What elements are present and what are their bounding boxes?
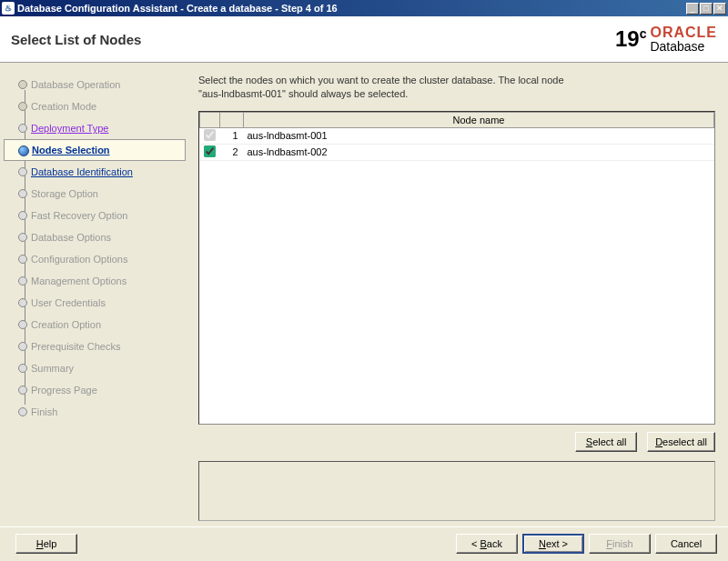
sidebar-step-label[interactable]: Deployment Type <box>31 123 108 134</box>
step-dot-icon <box>18 102 27 111</box>
sidebar-step-label: Management Options <box>31 275 126 286</box>
footer-bar: Help < Back Next > Finish Cancel <box>0 526 728 559</box>
window-titlebar: ♨ Database Configuration Assistant - Cre… <box>0 0 728 16</box>
step-dot-icon <box>18 145 29 156</box>
sidebar-step-9: Management Options <box>18 270 182 292</box>
page-title: Select List of Nodes <box>11 32 141 47</box>
sidebar-step-7: Database Options <box>18 226 182 248</box>
node-checkbox <box>204 129 216 141</box>
help-button[interactable]: Help <box>15 534 77 554</box>
step-dot-icon <box>18 255 27 264</box>
finish-button: Finish <box>589 534 651 554</box>
sidebar-step-label: User Credentials <box>31 297 106 308</box>
node-name: aus-lndbasmt-001 <box>244 127 714 144</box>
step-dot-icon <box>18 407 27 416</box>
maximize-button[interactable]: □ <box>700 3 713 15</box>
node-name: aus-lndbasmt-002 <box>244 144 714 160</box>
sidebar-step-2[interactable]: Deployment Type <box>18 117 182 139</box>
sidebar-step-1: Creation Mode <box>18 95 182 117</box>
wizard-sidebar: Database OperationCreation ModeDeploymen… <box>0 63 186 526</box>
node-index: 2 <box>220 144 244 160</box>
step-dot-icon <box>18 211 27 220</box>
instruction-text: Select the nodes on which you want to cr… <box>198 74 715 102</box>
step-dot-icon <box>18 167 27 176</box>
sidebar-step-label: Database Operation <box>31 79 120 90</box>
select-all-button[interactable]: Select all <box>575 432 637 452</box>
oracle-brand: 19c ORACLE Database <box>615 25 717 54</box>
minimize-button[interactable]: _ <box>686 3 699 15</box>
sidebar-step-label: Progress Page <box>31 385 97 396</box>
step-dot-icon <box>18 342 27 351</box>
nodes-table: Node name 1aus-lndbasmt-0012aus-lndbasmt… <box>199 112 714 161</box>
sidebar-step-11: Creation Option <box>18 314 182 336</box>
sidebar-step-label: Configuration Options <box>31 254 127 265</box>
sidebar-step-0: Database Operation <box>18 74 182 95</box>
message-panel <box>198 461 715 521</box>
step-dot-icon <box>18 189 27 198</box>
step-dot-icon <box>18 276 27 286</box>
next-button[interactable]: Next > <box>522 534 584 554</box>
sidebar-step-12: Prerequisite Checks <box>18 336 182 357</box>
sidebar-step-label: Database Options <box>31 232 111 243</box>
step-dot-icon <box>18 124 27 133</box>
back-button[interactable]: < Back <box>456 534 518 554</box>
step-dot-icon <box>18 298 27 307</box>
deselect-all-button[interactable]: Deselect all <box>647 432 715 452</box>
sidebar-step-label: Prerequisite Checks <box>31 341 120 352</box>
nodes-table-wrap: Node name 1aus-lndbasmt-0012aus-lndbasmt… <box>198 111 715 425</box>
sidebar-step-label[interactable]: Nodes Selection <box>32 145 110 155</box>
node-index: 1 <box>220 127 244 144</box>
close-button[interactable]: ✕ <box>713 3 726 15</box>
sidebar-step-5: Storage Option <box>18 183 182 205</box>
sidebar-step-label: Creation Option <box>31 319 101 330</box>
java-icon: ♨ <box>2 2 15 15</box>
step-dot-icon <box>18 233 27 242</box>
sidebar-step-label: Finish <box>31 406 57 417</box>
table-row[interactable]: 2aus-lndbasmt-002 <box>200 144 714 160</box>
window-title: Database Configuration Assistant - Creat… <box>17 3 686 14</box>
main-panel: Select the nodes on which you want to cr… <box>186 63 728 526</box>
sidebar-step-4[interactable]: Database Identification <box>18 161 182 183</box>
sidebar-step-label: Creation Mode <box>31 101 96 112</box>
sidebar-step-8: Configuration Options <box>18 248 182 270</box>
table-row[interactable]: 1aus-lndbasmt-001 <box>200 127 714 144</box>
sidebar-step-3[interactable]: Nodes Selection <box>4 139 186 161</box>
sidebar-step-label: Fast Recovery Option <box>31 210 127 221</box>
step-dot-icon <box>18 80 27 89</box>
sidebar-step-15: Finish <box>18 401 182 423</box>
page-header: Select List of Nodes 19c ORACLE Database <box>0 16 728 63</box>
step-dot-icon <box>18 386 27 395</box>
sidebar-step-6: Fast Recovery Option <box>18 205 182 226</box>
sidebar-step-label: Summary <box>31 363 74 374</box>
cancel-button[interactable]: Cancel <box>655 534 717 554</box>
sidebar-step-13: Summary <box>18 357 182 379</box>
sidebar-step-label[interactable]: Database Identification <box>31 166 133 177</box>
sidebar-step-label: Storage Option <box>31 188 98 199</box>
node-checkbox[interactable] <box>204 145 216 157</box>
sidebar-step-14: Progress Page <box>18 379 182 401</box>
node-name-header: Node name <box>244 112 714 127</box>
step-dot-icon <box>18 320 27 329</box>
sidebar-step-10: User Credentials <box>18 292 182 314</box>
step-dot-icon <box>18 364 27 373</box>
